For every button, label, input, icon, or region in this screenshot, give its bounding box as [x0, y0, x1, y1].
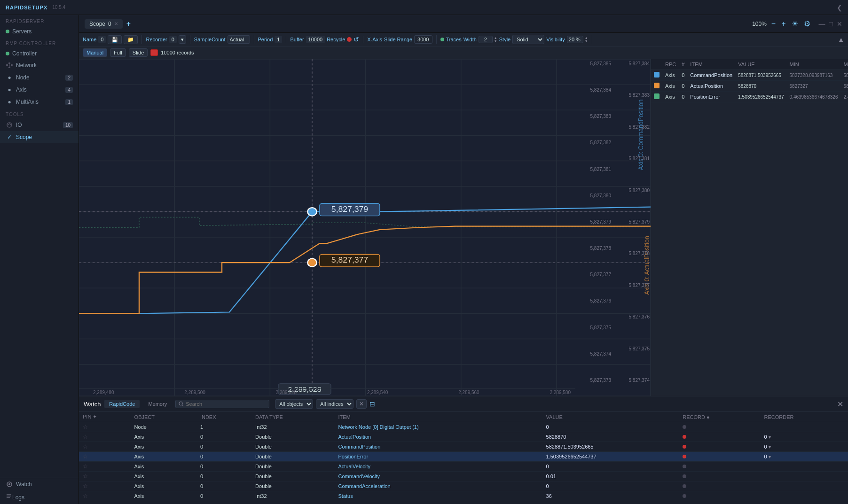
- sidebar-item-label: Watch: [16, 481, 32, 488]
- sidebar-item-label: Controller: [12, 50, 37, 57]
- svg-rect-2: [6, 64, 8, 66]
- watch-item: PositionError: [334, 452, 542, 462]
- watch-value: 0: [542, 422, 679, 432]
- expand-arrow[interactable]: ▾: [769, 454, 771, 459]
- vis-down[interactable]: ▼: [585, 39, 588, 43]
- scope-tab-0[interactable]: Scope 0 ✕: [85, 19, 123, 29]
- mode-slide-btn[interactable]: Slide: [129, 48, 148, 57]
- sidebar-item-network[interactable]: Network: [0, 59, 79, 71]
- settings-btn[interactable]: ⚙: [803, 18, 811, 29]
- watch-tab-rapidcode[interactable]: RapidCode: [104, 400, 140, 408]
- pin-star[interactable]: ☆: [79, 481, 131, 491]
- content-area: Scope 0 ✕ + 100% − + ☀ ⚙ — □ ✕ Nam: [79, 15, 848, 504]
- watch-objects-select[interactable]: All objects: [275, 399, 313, 409]
- trace-color-cell: [651, 81, 662, 92]
- pin-star[interactable]: ☆: [79, 462, 131, 472]
- pin-star[interactable]: ☆: [79, 491, 131, 501]
- sidebar-item-logs[interactable]: Logs: [0, 490, 79, 504]
- multiaxis-badge: 1: [65, 99, 73, 105]
- sidebar-item-axis[interactable]: ● Axis 4: [0, 84, 79, 96]
- star-btn[interactable]: ☆: [83, 463, 88, 470]
- width-down[interactable]: ▼: [494, 39, 497, 43]
- refresh-btn[interactable]: ↺: [353, 36, 359, 43]
- pin-star[interactable]: ☆: [79, 422, 131, 432]
- watch-record: [679, 462, 760, 472]
- zoom-in-btn[interactable]: +: [780, 19, 786, 29]
- toolbar-save-btn[interactable]: 💾: [108, 35, 122, 44]
- samplecount-label: SampleCount: [194, 37, 226, 42]
- star-btn[interactable]: ☆: [83, 493, 88, 499]
- sidebar-item-multiaxis[interactable]: ● MultiAxis 1: [0, 96, 79, 108]
- sidebar-item-label: Axis: [16, 86, 27, 93]
- traces-toggle[interactable]: Traces: [440, 37, 462, 42]
- watch-clear-btn[interactable]: ✕: [356, 399, 367, 409]
- watch-recorder: [760, 462, 848, 472]
- scope-icon: ✓: [6, 133, 13, 141]
- chart-container[interactable]: 5,827,379 5,827,377 2,289,528 Axis 0: Co…: [79, 59, 651, 396]
- star-btn[interactable]: ☆: [83, 453, 88, 460]
- star-btn[interactable]: ☆: [83, 443, 88, 450]
- watch-indices-select[interactable]: All indices: [316, 399, 353, 409]
- zoom-out-btn[interactable]: −: [770, 19, 777, 29]
- watch-recorder: 0 ▾: [760, 442, 848, 452]
- col-object: OBJECT: [131, 412, 196, 422]
- watch-close-btn[interactable]: ✕: [837, 400, 843, 409]
- main-layout: RAPIDSERVER Servers RMP CONTROLLER Contr…: [0, 15, 848, 504]
- watch-item: CommandPosition: [334, 442, 542, 452]
- star-btn[interactable]: ☆: [83, 473, 88, 480]
- star-btn[interactable]: ☆: [83, 434, 88, 440]
- pin-star[interactable]: ☆: [79, 452, 131, 462]
- record-dot: [683, 494, 686, 498]
- width-up[interactable]: ▲: [494, 36, 497, 39]
- watch-item: ActualPosition: [334, 432, 542, 442]
- sidebar-item-controller[interactable]: Controller: [0, 48, 79, 59]
- expand-arrow[interactable]: ▾: [769, 434, 771, 440]
- close-btn[interactable]: ✕: [837, 20, 842, 28]
- scope-tab-close[interactable]: ✕: [114, 21, 118, 26]
- y-axis-label-blue: Axis 0: CommandPosition: [637, 100, 644, 171]
- col-min: MIN: [787, 59, 841, 70]
- sidebar-item-scope[interactable]: ✓ Scope: [0, 131, 79, 143]
- pin-star[interactable]: ☆: [79, 472, 131, 481]
- chart-svg: 5,827,379 5,827,377 2,289,528 Axis 0: Co…: [79, 59, 651, 396]
- sidebar-item-watch[interactable]: Watch: [0, 478, 79, 490]
- maximize-btn[interactable]: □: [829, 20, 833, 28]
- controller-status-dot: [6, 52, 9, 55]
- watch-tab-memory[interactable]: Memory: [143, 400, 172, 408]
- samplecount-select[interactable]: ActualCustom: [228, 35, 250, 44]
- style-select[interactable]: SolidDashed: [512, 35, 544, 44]
- new-scope-btn[interactable]: +: [126, 20, 131, 28]
- watch-recorder: [760, 472, 848, 481]
- mode-full-btn[interactable]: Full: [110, 48, 126, 57]
- sidebar-item-io[interactable]: IO 10: [0, 119, 79, 131]
- star-btn[interactable]: ☆: [83, 424, 88, 430]
- width-input[interactable]: [479, 36, 493, 43]
- mode-manual-btn[interactable]: Manual: [83, 48, 107, 57]
- expand-arrow[interactable]: ▾: [769, 444, 771, 450]
- recorder-select[interactable]: ▾: [179, 35, 186, 44]
- col-rpc: RPC: [662, 59, 679, 70]
- sidebar-item-servers[interactable]: Servers: [0, 26, 79, 37]
- watch-filter-icon[interactable]: ⊟: [369, 400, 375, 408]
- vis-up[interactable]: ▲: [585, 36, 588, 39]
- toolbar-expand-btn[interactable]: ▲: [838, 36, 844, 43]
- toolbar-folder-btn[interactable]: 📁: [124, 35, 138, 44]
- visibility-input[interactable]: [567, 36, 583, 43]
- sidebar-collapse-btn[interactable]: ❮: [837, 4, 842, 11]
- pin-star[interactable]: ☆: [79, 501, 131, 504]
- star-btn[interactable]: ☆: [83, 483, 88, 489]
- svg-rect-3: [11, 64, 13, 66]
- pin-star[interactable]: ☆: [79, 432, 131, 442]
- recorder-val: 0: [764, 434, 767, 440]
- watch-dtype: Int32: [251, 422, 334, 432]
- x-axis-labels: 2,289,480 2,289,500 2,289,520 2,289,540 …: [79, 388, 575, 396]
- trace-max: 5827428.083984928: [840, 70, 848, 81]
- watch-search-input[interactable]: [186, 401, 266, 407]
- minimize-btn[interactable]: —: [819, 20, 825, 28]
- brightness-btn[interactable]: ☀: [791, 18, 799, 29]
- pin-star[interactable]: ☆: [79, 442, 131, 452]
- sidebar-item-node[interactable]: ● Node 2: [0, 71, 79, 84]
- visibility-steppers: ▲ ▼: [585, 36, 588, 43]
- recorder-val: 0: [764, 454, 767, 459]
- watch-dtype: Double: [251, 481, 334, 491]
